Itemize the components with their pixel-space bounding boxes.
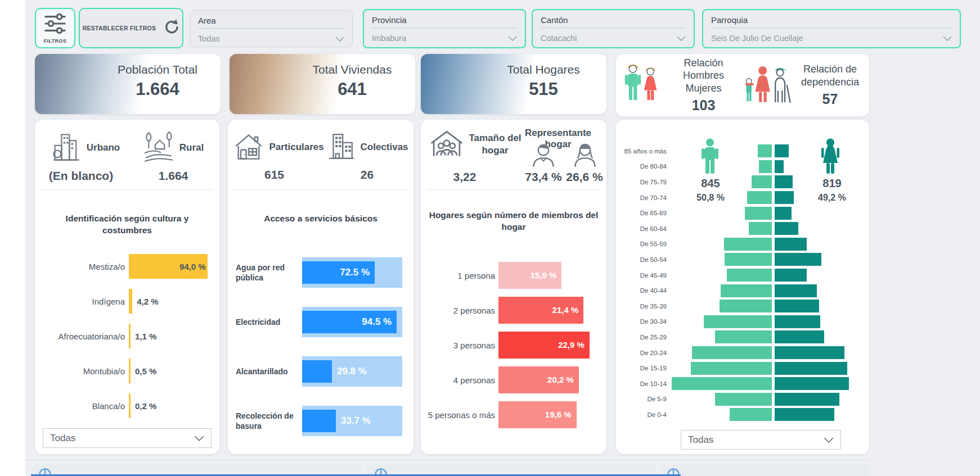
female-bar[interactable] (775, 330, 824, 343)
female-bar[interactable] (775, 253, 821, 266)
colectivas-group: Colectivas (326, 131, 408, 164)
bar[interactable] (302, 410, 336, 432)
age-group-label: De 40-44 (619, 287, 672, 294)
male-bar[interactable] (704, 315, 772, 328)
rural-group: Rural (142, 131, 204, 165)
male-bar[interactable] (725, 253, 772, 266)
bar[interactable] (302, 360, 332, 383)
female-bar[interactable] (775, 346, 844, 359)
female-bar[interactable] (775, 377, 849, 390)
bar-track[interactable]: 94.5 % (302, 307, 402, 337)
age-group-label: De 35-39 (619, 303, 672, 310)
female-bar[interactable] (775, 222, 798, 235)
female-bar[interactable] (775, 269, 807, 282)
female-bar[interactable] (775, 238, 807, 251)
male-bar[interactable] (752, 175, 772, 188)
urbano-group: Urbano (51, 131, 120, 165)
male-bar-zone (672, 408, 772, 421)
bar-category-label: Recolección de basura (236, 411, 302, 431)
chart-row: Alcantarillado29.8 % (236, 347, 410, 396)
kpi-total-viviendas: Total Viviendas 641 (230, 54, 415, 114)
male-bar[interactable] (724, 238, 772, 251)
male-bar[interactable] (691, 362, 772, 375)
bar-category-label: Agua por red pública (236, 262, 302, 283)
male-bar-zone (672, 269, 772, 282)
bar[interactable]: 19,6 % (498, 401, 577, 428)
house-icon (233, 131, 264, 164)
bar[interactable]: 20,2 % (498, 366, 579, 393)
female-bar[interactable] (775, 284, 817, 297)
female-bar[interactable] (775, 144, 789, 157)
piramide-dropdown-value: Todas (688, 434, 713, 446)
male-bar[interactable] (715, 393, 772, 406)
dropdown-parroquia[interactable]: Parroquia Seis De Julio De Cuellaje (702, 9, 961, 48)
cultura-chart: Mestiza/o94,0 %Indígena4,2 %Afroecuatori… (39, 249, 215, 423)
male-bar-zone (672, 284, 772, 297)
bar[interactable]: 22,9 % (498, 332, 590, 359)
miembros-chart: 1 persona15,9 %2 personas21,4 %3 persona… (424, 258, 603, 432)
age-group-label: De 20-24 (619, 350, 672, 356)
pyramid-row: De 50-54 (619, 252, 866, 268)
male-bar[interactable] (692, 346, 772, 359)
restablecer-filtros-button[interactable]: RESTABLECER FILTROS (79, 8, 183, 48)
male-bar-zone (672, 330, 772, 343)
family-house-icon (429, 129, 465, 161)
female-bar[interactable] (775, 393, 839, 406)
female-bar-zone (775, 408, 849, 421)
pyramid-row: De 10-14 (619, 376, 866, 392)
male-bar[interactable] (720, 300, 772, 312)
pyramid-row: De 60-64 (619, 221, 866, 237)
bar[interactable] (129, 393, 131, 418)
particulares-label: Particulares (269, 142, 323, 153)
bar-track[interactable]: 29.8 % (302, 356, 402, 387)
card-piramide: 85 años o másDe 80-84De 75-79De 70-74De … (616, 120, 869, 454)
chevron-down-icon (194, 433, 204, 444)
rural-icon (142, 131, 175, 165)
male-bar[interactable] (759, 160, 772, 173)
male-bar[interactable] (758, 144, 772, 157)
kpi-value: 1.664 (102, 79, 213, 99)
bar[interactable] (129, 324, 131, 348)
bar-track[interactable]: 33.7 % (302, 406, 402, 436)
female-bar[interactable] (775, 175, 793, 188)
female-bar[interactable] (775, 300, 819, 312)
bar[interactable]: 15,9 % (498, 262, 561, 289)
female-bar-zone (775, 253, 849, 266)
cultura-dropdown[interactable]: Todas (43, 428, 212, 448)
bar-track[interactable]: 72.5 % (302, 257, 402, 288)
building-icon (326, 131, 356, 164)
ratio-hombres-mujeres: Relación Hombres Mujeres 103 (623, 57, 743, 114)
dropdown-canton[interactable]: Cantón Cotacachi (532, 9, 695, 48)
male-bar[interactable] (747, 191, 772, 204)
chart-row: 2 personas21,4 % (424, 293, 603, 328)
bar-value-label: 94.5 % (362, 311, 392, 333)
male-bar[interactable] (672, 377, 772, 390)
male-bar[interactable] (727, 269, 772, 282)
male-bar[interactable] (745, 207, 772, 220)
bar[interactable] (129, 359, 131, 383)
ratio-card: Relación Hombres Mujeres 103 (616, 54, 869, 116)
pyramid-row: De 5-9 (619, 392, 866, 407)
bar[interactable]: 21,4 % (498, 297, 583, 324)
female-bar[interactable] (775, 362, 847, 375)
male-bar[interactable] (721, 284, 772, 297)
age-group-label: De 0-4 (619, 411, 672, 418)
chart-row: Afroecuatoriana/o1,1 % (39, 319, 215, 353)
female-bar[interactable] (775, 160, 784, 173)
female-bar[interactable] (775, 207, 792, 220)
bar[interactable] (129, 289, 132, 314)
male-bar[interactable] (715, 330, 772, 343)
male-bar-zone (672, 144, 772, 157)
dropdown-area[interactable]: Area Todas (190, 10, 353, 47)
ratio-value: 103 (664, 97, 743, 114)
female-bar[interactable] (775, 315, 820, 328)
filtros-button[interactable]: FILTROS (35, 8, 75, 48)
female-bar[interactable] (775, 191, 794, 204)
pyramid-row: De 65-69 (619, 205, 866, 221)
dropdown-provincia[interactable]: Provincia Imbabura (363, 9, 526, 48)
male-bar[interactable] (749, 222, 772, 235)
age-group-label: De 70-74 (619, 194, 672, 201)
piramide-dropdown[interactable]: Todas (681, 430, 841, 450)
male-bar[interactable] (730, 408, 772, 421)
female-bar[interactable] (775, 408, 834, 421)
